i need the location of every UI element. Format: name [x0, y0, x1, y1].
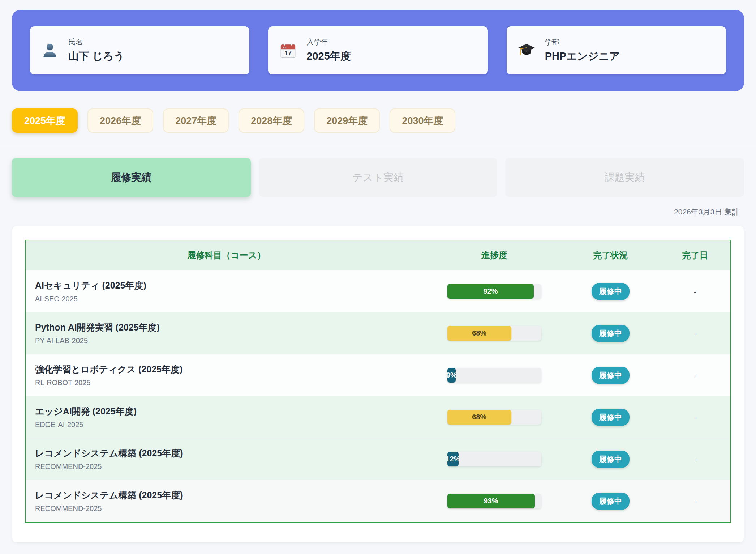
tab-assignment-results[interactable]: 課題実績 — [505, 158, 744, 197]
progress-bar-track: 68% — [447, 326, 541, 341]
course-cell: AIセキュリティ (2025年度)AI-SEC-2025 — [26, 280, 428, 303]
year-tab-2029年度[interactable]: 2029年度 — [314, 108, 380, 133]
completion-date: - — [660, 286, 730, 297]
info-card-faculty: 学部PHPエンジニア — [507, 26, 726, 74]
tab-course-results[interactable]: 履修実績 — [12, 158, 251, 197]
progress-bar-fill: 93% — [447, 494, 535, 508]
student-info-banner: 氏名山下 じろう JUL 17 入学年2025年度 学部PHPエンジニア — [12, 10, 744, 91]
completion-date: - — [660, 412, 730, 422]
info-card-text: 学部PHPエンジニア — [545, 37, 620, 64]
status-cell: 履修中 — [561, 283, 660, 300]
info-card-value: PHPエンジニア — [545, 49, 620, 64]
course-name: レコメンドシステム構築 (2025年度) — [35, 447, 428, 459]
year-tab-2027年度[interactable]: 2027年度 — [163, 108, 229, 133]
completion-date: - — [660, 370, 730, 380]
svg-text:17: 17 — [284, 50, 292, 57]
course-cell: エッジAI開発 (2025年度)EDGE-AI-2025 — [26, 405, 428, 429]
progress-cell: 92% — [428, 284, 562, 299]
year-tabs: 2025年度2026年度2027年度2028年度2029年度2030年度 — [0, 91, 756, 145]
info-card-enrollment-year: JUL 17 入学年2025年度 — [268, 26, 487, 74]
info-card-text: 氏名山下 じろう — [68, 37, 124, 64]
column-header-course: 履修科目（コース） — [26, 250, 428, 261]
course-code: RECOMMEND-2025 — [35, 504, 428, 513]
progress-bar-track: 68% — [447, 410, 541, 425]
year-tab-2030年度[interactable]: 2030年度 — [390, 108, 455, 133]
column-header-progress: 進捗度 — [428, 250, 562, 261]
progress-bar-track: 93% — [447, 494, 541, 508]
progress-bar-track: 92% — [447, 284, 541, 299]
course-table: 履修科目（コース）進捗度完了状況完了日 AIセキュリティ (2025年度)AI-… — [25, 240, 731, 523]
table-header: 履修科目（コース）進捗度完了状況完了日 — [26, 240, 730, 270]
column-header-completion-date: 完了日 — [660, 250, 730, 261]
status-badge: 履修中 — [592, 283, 630, 300]
progress-bar-fill: 92% — [447, 284, 534, 299]
progress-cell: 68% — [428, 410, 562, 425]
year-tab-2025年度[interactable]: 2025年度 — [12, 108, 78, 133]
course-name: AIセキュリティ (2025年度) — [35, 280, 428, 291]
course-cell: レコメンドシステム構築 (2025年度)RECOMMEND-2025 — [26, 489, 428, 513]
status-cell: 履修中 — [561, 367, 660, 384]
completion-date: - — [660, 328, 730, 338]
progress-bar-fill: 68% — [447, 326, 511, 341]
column-header-status: 完了状況 — [561, 250, 660, 261]
table-row: 強化学習とロボティクス (2025年度)RL-ROBOT-20259%履修中- — [26, 354, 730, 396]
status-cell: 履修中 — [561, 325, 660, 342]
course-code: RECOMMEND-2025 — [35, 463, 428, 471]
info-card-label: 入学年 — [306, 37, 351, 47]
status-cell: 履修中 — [561, 451, 660, 468]
calendar-icon: JUL 17 — [279, 42, 297, 60]
info-card-label: 学部 — [545, 37, 620, 47]
results-card: 履修科目（コース）進捗度完了状況完了日 AIセキュリティ (2025年度)AI-… — [12, 226, 744, 543]
course-code: RL-ROBOT-2025 — [35, 379, 428, 387]
info-card-value: 2025年度 — [306, 49, 351, 64]
course-name: エッジAI開発 (2025年度) — [35, 405, 428, 417]
student-dashboard: 氏名山下 じろう JUL 17 入学年2025年度 学部PHPエンジニア 202… — [0, 10, 756, 543]
table-row: AIセキュリティ (2025年度)AI-SEC-202592%履修中- — [26, 270, 730, 312]
status-badge: 履修中 — [592, 367, 630, 384]
person-icon — [41, 42, 59, 60]
course-code: PY-AI-LAB-2025 — [35, 337, 428, 345]
completion-date: - — [660, 496, 730, 506]
table-row: レコメンドシステム構築 (2025年度)RECOMMEND-202512%履修中… — [26, 438, 730, 480]
course-cell: 強化学習とロボティクス (2025年度)RL-ROBOT-2025 — [26, 363, 428, 387]
course-code: EDGE-AI-2025 — [35, 421, 428, 429]
timestamp-row: 2026年3月3日 集計 — [12, 207, 739, 217]
aggregation-date: 2026年3月3日 集計 — [674, 208, 739, 216]
table-row: Python AI開発実習 (2025年度)PY-AI-LAB-202568%履… — [26, 312, 730, 354]
table-row: エッジAI開発 (2025年度)EDGE-AI-202568%履修中- — [26, 396, 730, 438]
progress-bar-fill: 12% — [447, 452, 459, 466]
table-row: レコメンドシステム構築 (2025年度)RECOMMEND-202593%履修中… — [26, 480, 730, 522]
progress-bar-track: 9% — [447, 368, 541, 383]
table-body: AIセキュリティ (2025年度)AI-SEC-202592%履修中-Pytho… — [26, 270, 730, 522]
status-badge: 履修中 — [592, 451, 630, 468]
tab-test-results[interactable]: テスト実績 — [259, 158, 498, 197]
course-name: Python AI開発実習 (2025年度) — [35, 321, 428, 333]
info-card-label: 氏名 — [68, 37, 124, 47]
progress-cell: 12% — [428, 452, 562, 466]
course-code: AI-SEC-2025 — [35, 295, 428, 303]
progress-cell: 68% — [428, 326, 562, 341]
completion-date: - — [660, 454, 730, 464]
status-cell: 履修中 — [561, 493, 660, 510]
status-badge: 履修中 — [592, 325, 630, 342]
year-tab-2028年度[interactable]: 2028年度 — [239, 108, 304, 133]
progress-bar-track: 12% — [447, 452, 541, 466]
progress-cell: 9% — [428, 368, 562, 383]
course-name: レコメンドシステム構築 (2025年度) — [35, 489, 428, 501]
course-cell: レコメンドシステム構築 (2025年度)RECOMMEND-2025 — [26, 447, 428, 471]
status-badge: 履修中 — [592, 493, 630, 510]
status-badge: 履修中 — [592, 409, 630, 426]
course-cell: Python AI開発実習 (2025年度)PY-AI-LAB-2025 — [26, 321, 428, 345]
info-card-value: 山下 じろう — [68, 49, 124, 64]
progress-bar-fill: 68% — [447, 410, 511, 425]
status-cell: 履修中 — [561, 409, 660, 426]
progress-bar-fill: 9% — [447, 368, 456, 383]
category-tabs: 履修実績テスト実績課題実績 — [12, 158, 744, 197]
svg-text:JUL: JUL — [282, 46, 287, 49]
info-card-text: 入学年2025年度 — [306, 37, 351, 64]
year-tab-2026年度[interactable]: 2026年度 — [87, 108, 153, 133]
progress-cell: 93% — [428, 494, 562, 508]
graduation-cap-icon — [517, 42, 536, 60]
info-card-name: 氏名山下 じろう — [30, 26, 249, 74]
course-name: 強化学習とロボティクス (2025年度) — [35, 363, 428, 375]
